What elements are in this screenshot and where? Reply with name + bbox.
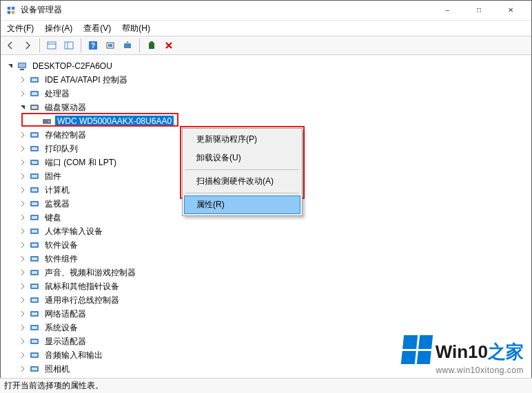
tree-category-label: 网络适配器 — [43, 308, 88, 321]
expander-closed[interactable] — [18, 89, 28, 98]
menu-file[interactable]: 文件(F) — [3, 21, 38, 36]
tree-category[interactable]: 人体学输入设备 — [18, 224, 532, 238]
tree-category-label: 监视器 — [43, 198, 72, 211]
svg-rect-31 — [32, 161, 37, 164]
toolbar-separator — [139, 39, 140, 52]
tree-category[interactable]: 系统设备 — [18, 321, 532, 334]
close-button[interactable]: ✕ — [495, 0, 526, 21]
expander-closed[interactable] — [18, 323, 28, 332]
menu-view[interactable]: 查看(V) — [79, 21, 115, 36]
svg-rect-13 — [149, 43, 154, 49]
window-title: 设备管理器 — [21, 4, 62, 16]
tree-category[interactable]: 磁盘驱动器 — [18, 100, 532, 114]
svg-rect-16 — [19, 63, 25, 67]
tree-category[interactable]: 照相机 — [18, 362, 532, 376]
device-icon — [29, 157, 40, 168]
disable-button[interactable] — [161, 38, 176, 53]
device-icon — [29, 253, 40, 264]
view-button[interactable] — [61, 38, 76, 53]
tree-root-node[interactable]: DESKTOP-C2FA6OU — [6, 59, 532, 73]
expander-closed[interactable] — [18, 295, 28, 305]
tree-category-label: 音频输入和输出 — [43, 349, 105, 362]
menu-uninstall[interactable]: 卸载设备(U) — [184, 149, 300, 167]
tree-category-label: 固件 — [43, 170, 63, 183]
expander-closed[interactable] — [18, 268, 28, 277]
svg-rect-12 — [124, 43, 131, 48]
minimize-button[interactable]: – — [431, 0, 463, 21]
tree-category[interactable]: 声音、视频和游戏控制器 — [18, 266, 532, 279]
device-icon — [29, 129, 40, 140]
app-icon — [6, 5, 17, 16]
svg-rect-29 — [32, 147, 37, 150]
tree-category[interactable]: 显示适配器 — [18, 334, 532, 348]
svg-rect-47 — [32, 271, 37, 274]
svg-rect-41 — [32, 230, 37, 233]
help-button[interactable]: ? — [85, 38, 101, 53]
menu-scan[interactable]: 扫描检测硬件改动(A) — [184, 172, 300, 191]
expander-closed[interactable] — [18, 240, 28, 250]
scan-button[interactable] — [103, 38, 118, 53]
tree-category[interactable]: 鼠标和其他指针设备 — [18, 279, 532, 293]
tree-category[interactable]: 通用串行总线控制器 — [18, 293, 532, 307]
device-icon — [29, 336, 40, 347]
device-icon — [29, 363, 40, 374]
tree-category-label: IDE ATA/ATAPI 控制器 — [43, 74, 130, 87]
expander-open[interactable] — [6, 61, 15, 71]
expander-closed[interactable] — [18, 309, 28, 319]
device-icon — [29, 171, 40, 182]
tree-category[interactable]: IDE ATA/ATAPI 控制器 — [18, 73, 532, 87]
expander-closed[interactable] — [18, 213, 28, 222]
svg-rect-19 — [32, 78, 37, 81]
expander-closed[interactable] — [18, 158, 28, 167]
expander-closed[interactable] — [18, 350, 28, 360]
expander-closed[interactable] — [18, 364, 28, 374]
tree-category[interactable]: 音频输入和输出 — [18, 348, 532, 362]
svg-rect-4 — [48, 42, 56, 49]
expander-closed[interactable] — [18, 75, 28, 85]
tree-category[interactable]: 软件设备 — [18, 238, 532, 252]
svg-rect-45 — [32, 257, 37, 260]
expander-closed[interactable] — [18, 226, 28, 236]
expander-closed[interactable] — [18, 185, 28, 195]
device-icon — [29, 212, 40, 223]
forward-button[interactable] — [20, 38, 35, 53]
svg-rect-49 — [32, 285, 37, 288]
title-bar: 设备管理器 – □ ✕ — [0, 0, 532, 21]
show-hidden-button[interactable] — [44, 38, 59, 53]
disk-icon — [41, 116, 52, 127]
menu-bar: 文件(F) 操作(A) 查看(V) 帮助(H) — [0, 21, 532, 36]
menu-separator — [185, 193, 299, 193]
expander-closed[interactable] — [18, 171, 28, 181]
device-tree[interactable]: DESKTOP-C2FA6OUIDE ATA/ATAPI 控制器处理器磁盘驱动器… — [0, 56, 532, 378]
tree-category[interactable]: 软件组件 — [18, 252, 532, 266]
expander-closed[interactable] — [18, 282, 28, 291]
svg-rect-17 — [20, 69, 24, 70]
menu-properties[interactable]: 属性(R) — [184, 195, 300, 214]
expander-closed[interactable] — [18, 144, 28, 153]
tree-device[interactable]: WDC WD5000AAKX-08U6AA0 — [30, 114, 532, 128]
menu-help[interactable]: 帮助(H) — [118, 21, 154, 36]
device-icon — [29, 198, 40, 209]
update-driver-button[interactable] — [120, 38, 135, 53]
tree-category[interactable]: 处理器 — [18, 87, 532, 100]
expander-closed[interactable] — [18, 337, 28, 346]
expander-closed[interactable] — [18, 199, 28, 209]
tree-category-label: 显示适配器 — [43, 335, 88, 348]
tree-category[interactable]: 网络适配器 — [18, 307, 532, 321]
tree-category-label: 人体学输入设备 — [43, 225, 105, 238]
expander-closed[interactable] — [18, 254, 28, 264]
device-icon — [29, 350, 40, 361]
uninstall-button[interactable] — [144, 38, 159, 53]
menu-action[interactable]: 操作(A) — [41, 21, 76, 36]
expander-closed[interactable] — [18, 130, 28, 140]
expander-open[interactable] — [18, 103, 28, 112]
svg-rect-24 — [43, 119, 51, 124]
device-icon — [29, 267, 40, 278]
back-button[interactable] — [3, 38, 18, 53]
menu-update-driver[interactable]: 更新驱动程序(P) — [184, 130, 300, 149]
tree-category-label: 声音、视频和游戏控制器 — [43, 266, 138, 279]
device-icon — [29, 240, 40, 251]
tree-category-label: 键盘 — [43, 211, 63, 224]
maximize-button[interactable]: □ — [463, 0, 495, 21]
svg-rect-55 — [32, 326, 37, 329]
